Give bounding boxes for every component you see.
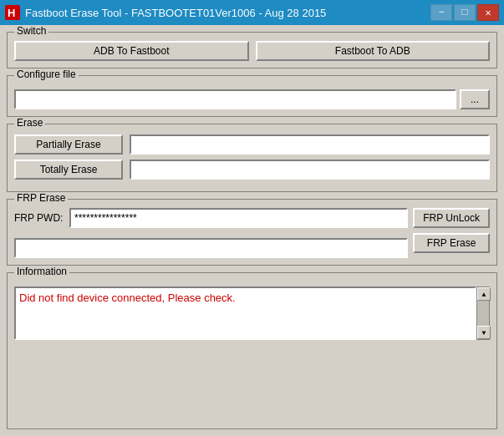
totally-erase-button[interactable]: Totally Erase — [14, 160, 123, 180]
title-bar: H Fastboot Erase Tool - FASTBOOTET01Ver1… — [0, 0, 504, 25]
partially-erase-row: Partially Erase — [14, 134, 490, 155]
app-icon: H — [5, 5, 20, 20]
frp-pwd-label: FRP PWD: — [14, 212, 64, 224]
adb-to-fastboot-button[interactable]: ADB To Fastboot — [14, 41, 249, 61]
configure-row: ... — [14, 81, 490, 109]
frp-erase-button[interactable]: FRP Erase — [413, 233, 490, 253]
close-button[interactable]: ✕ — [477, 4, 499, 21]
switch-group: Switch ADB To Fastboot Fastboot To ADB — [7, 32, 497, 68]
window-controls: − □ ✕ — [430, 4, 499, 21]
frp-input2-row — [14, 238, 408, 258]
info-message: Did not find device connected, Please ch… — [19, 292, 236, 304]
partially-erase-button[interactable]: Partially Erase — [14, 134, 123, 155]
browse-button[interactable]: ... — [460, 89, 490, 109]
configure-file-input[interactable] — [14, 89, 456, 109]
maximize-button[interactable]: □ — [454, 4, 476, 21]
erase-group: Erase Partially Erase Totally Erase — [7, 124, 497, 192]
erase-group-label: Erase — [14, 117, 45, 129]
totally-erase-input[interactable] — [130, 160, 490, 180]
information-group: Information Did not find device connecte… — [7, 272, 497, 429]
window-title: Fastboot Erase Tool - FASTBOOTET01Ver100… — [25, 7, 425, 19]
switch-group-label: Switch — [14, 25, 48, 37]
info-text-area: Did not find device connected, Please ch… — [14, 286, 476, 340]
frp-secondary-input[interactable] — [14, 238, 408, 258]
main-content: Switch ADB To Fastboot Fastboot To ADB C… — [0, 25, 504, 436]
frp-unlock-button[interactable]: FRP UnLock — [413, 208, 490, 228]
svg-text:H: H — [8, 7, 15, 19]
frp-erase-group-label: FRP Erase — [14, 192, 68, 204]
frp-buttons-col: FRP UnLock FRP Erase — [413, 208, 490, 253]
scroll-up-button[interactable]: ▲ — [477, 287, 491, 301]
switch-row: ADB To Fastboot Fastboot To ADB — [14, 41, 490, 61]
info-scrollbar[interactable]: ▲ ▼ — [476, 286, 490, 340]
configure-file-label: Configure file — [14, 68, 79, 80]
totally-erase-row: Totally Erase — [14, 160, 490, 180]
frp-erase-group: FRP Erase FRP PWD: FRP UnLock FRP Erase — [7, 199, 497, 266]
partially-erase-input[interactable] — [130, 134, 490, 155]
info-content: Did not find device connected, Please ch… — [14, 278, 490, 422]
minimize-button[interactable]: − — [430, 4, 452, 21]
fastboot-to-adb-button[interactable]: Fastboot To ADB — [256, 41, 491, 61]
configure-file-group: Configure file ... — [7, 75, 497, 117]
scroll-down-button[interactable]: ▼ — [477, 326, 491, 339]
frp-pwd-input[interactable] — [69, 208, 408, 228]
frp-pwd-row: FRP PWD: — [14, 208, 408, 228]
scroll-track — [477, 301, 489, 326]
information-group-label: Information — [14, 266, 69, 277]
